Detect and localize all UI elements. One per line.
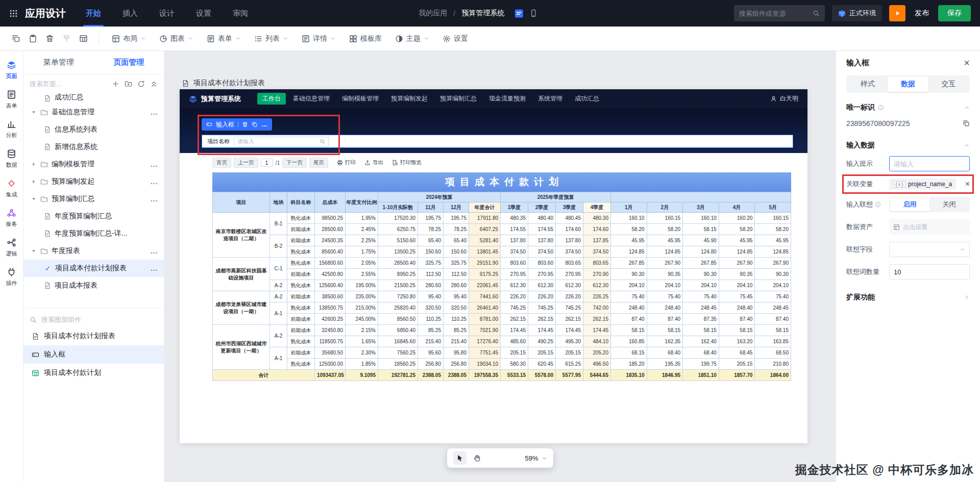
publish-button[interactable]: 发布	[913, 9, 931, 18]
save-button[interactable]: 保存	[938, 5, 971, 21]
toolbar-group-gear[interactable]: 设置	[436, 27, 475, 51]
rail-item-logic[interactable]: 逻辑	[0, 233, 23, 262]
topbar-menu-item[interactable]: 开始	[75, 0, 112, 27]
left-panel-tab[interactable]: 页面管理	[94, 51, 164, 74]
tree-page[interactable]: ✓项目成本付款计划报表…	[23, 260, 164, 277]
tree-folder[interactable]: 编制模板管理…	[23, 156, 164, 173]
preview-nav-item[interactable]: 预算编制汇总	[435, 93, 482, 105]
pan-hand-button[interactable]	[471, 451, 484, 465]
variable-chip[interactable]: {x}project_name_a	[889, 179, 956, 190]
layer-search-input[interactable]	[41, 316, 158, 323]
rail-item-plugin[interactable]: 插件	[0, 262, 23, 292]
layer-item[interactable]: 项目成本付款计划报表	[23, 327, 164, 345]
copy-id-icon[interactable]	[963, 120, 970, 127]
pager-last-button[interactable]: 尾页	[309, 158, 328, 168]
unique-id-section-header[interactable]: 唯一标识	[846, 97, 970, 118]
component-search-input[interactable]	[739, 10, 810, 17]
project-name-input[interactable]: 请输入	[234, 137, 329, 146]
preview-run-button[interactable]	[889, 5, 905, 21]
pager-prev-button[interactable]: 上一页	[234, 158, 258, 168]
input-data-section-header[interactable]: 输入数据	[846, 135, 970, 156]
preview-nav-item[interactable]: 现金流量预测	[484, 93, 531, 105]
more-icon[interactable]: …	[261, 123, 267, 126]
design-canvas[interactable]: 项目成本付款计划报表 预算管理系统 工作台基础信息管理编制模板管理预算编制发起预…	[164, 51, 836, 482]
more-icon[interactable]: …	[150, 249, 158, 252]
rail-item-page-stack[interactable]: 页面	[0, 55, 23, 85]
tree-page[interactable]: 年度预算编制汇总	[23, 208, 164, 225]
select-cursor-button[interactable]	[453, 451, 467, 465]
preview-nav-item[interactable]: 基础信息管理	[288, 93, 335, 105]
breadcrumb-parent[interactable]: 我的应用	[419, 9, 447, 18]
rail-item-analysis[interactable]: 分析	[0, 114, 23, 144]
table-button[interactable]	[76, 31, 91, 46]
more-icon[interactable]: …	[150, 163, 158, 166]
folder-plus-icon[interactable]	[125, 80, 132, 88]
layer-item[interactable]: 输入框	[23, 345, 164, 364]
extension-section-header[interactable]: 扩展功能	[846, 287, 970, 308]
toolbar-group-layout[interactable]: 布局	[105, 27, 153, 51]
refresh-icon[interactable]	[137, 80, 145, 88]
copy-button[interactable]	[8, 31, 23, 46]
pager-action-printer[interactable]: 打印	[337, 159, 356, 166]
brush-button[interactable]	[59, 31, 74, 46]
copy-component-icon[interactable]	[252, 121, 258, 128]
tree-folder[interactable]: 预算编制发起…	[23, 173, 164, 190]
toolbar-group-pie[interactable]: 图表	[153, 27, 200, 51]
topbar-menu-item[interactable]: 设置	[185, 0, 222, 27]
pager-action-export[interactable]: 导出	[364, 159, 383, 166]
properties-tab[interactable]: 交互	[928, 77, 969, 92]
tree-folder[interactable]: 基础信息管理…	[23, 104, 164, 121]
zoom-level-dropdown[interactable]: 59%	[525, 454, 547, 462]
plus-icon[interactable]	[112, 80, 119, 88]
preview-nav-item[interactable]: 预算编制发起	[386, 93, 433, 105]
collapse-icon[interactable]	[150, 80, 158, 88]
pager-page-input[interactable]: 1	[261, 159, 273, 167]
more-icon[interactable]: …	[150, 197, 158, 200]
tree-page[interactable]: 项目成本报表	[23, 277, 164, 294]
toolbar-group-theme[interactable]: 主题	[388, 27, 436, 51]
toolbar-group-list[interactable]: 列表	[248, 27, 295, 51]
pager-first-button[interactable]: 首页	[212, 158, 231, 168]
component-search[interactable]	[734, 5, 825, 21]
rail-item-integration[interactable]: 集成	[0, 173, 23, 203]
preview-nav-item[interactable]: 成功汇总	[570, 93, 604, 105]
trash-button[interactable]	[42, 31, 57, 46]
preview-nav-item[interactable]: 编制模板管理	[337, 93, 384, 105]
toolbar-group-form[interactable]: 表单	[200, 27, 248, 51]
preview-user[interactable]: 白天明	[770, 94, 798, 103]
topbar-menu-item[interactable]: 审阅	[222, 0, 259, 27]
paste-button[interactable]	[25, 31, 40, 46]
tree-page[interactable]: 年度预算编制汇总-详...	[23, 225, 164, 242]
properties-tab[interactable]: 样式	[847, 77, 888, 92]
page-search-input[interactable]	[30, 80, 107, 88]
toggle-option[interactable]: 启用	[890, 198, 929, 211]
tree-page[interactable]: 成功汇总	[23, 91, 164, 104]
toolbar-group-detail[interactable]: 详情	[295, 27, 342, 51]
field-select[interactable]	[889, 242, 970, 257]
field-input[interactable]	[889, 156, 970, 171]
environment-chip[interactable]: 正式环境	[832, 5, 882, 21]
topbar-menu-item[interactable]: 插入	[112, 0, 149, 27]
toolbar-group-template[interactable]: 模板库	[342, 27, 388, 51]
rail-item-service[interactable]: 服务	[0, 203, 23, 233]
tree-folder[interactable]: 年度报表…	[23, 242, 164, 260]
tree-folder[interactable]: 预算编制汇总…	[23, 190, 164, 208]
preview-nav-item[interactable]: 系统管理	[533, 93, 568, 105]
delete-component-icon[interactable]	[242, 121, 248, 128]
more-icon[interactable]: …	[150, 111, 158, 114]
pager-next-button[interactable]: 下一页	[282, 158, 307, 168]
close-icon[interactable]: ×	[964, 58, 970, 68]
toggle-option[interactable]: 关闭	[929, 198, 969, 211]
preview-nav-item[interactable]: 工作台	[257, 93, 286, 105]
more-icon[interactable]: …	[150, 267, 158, 270]
apps-grid-icon[interactable]	[9, 9, 18, 18]
selected-input-component[interactable]: 项目名称 请输入	[202, 135, 793, 148]
desktop-preview-icon[interactable]	[514, 9, 523, 18]
layer-item[interactable]: 项目成本付款计划	[23, 364, 164, 382]
more-icon[interactable]: …	[150, 180, 158, 183]
pager-action-doc-search[interactable]: 打印预览	[392, 159, 422, 166]
rail-item-database[interactable]: 数据	[0, 144, 23, 173]
tree-page[interactable]: 新增信息系统	[23, 138, 164, 156]
asset-picker[interactable]: 点击设置	[889, 219, 970, 235]
left-panel-tab[interactable]: 菜单管理	[23, 51, 94, 74]
